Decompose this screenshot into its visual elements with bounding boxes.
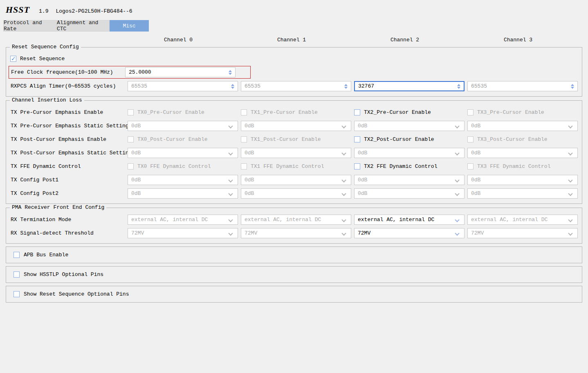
reset-sequence-label: Reset Sequence bbox=[20, 56, 65, 62]
chevron-down-icon bbox=[341, 178, 346, 182]
channel-insertion-loss-title: Channel Insertion Loss bbox=[10, 97, 84, 103]
tx-pre-cursor-static-select-ch3[interactable]: 0dB bbox=[467, 121, 578, 131]
show-reset-sequence-optional-pins-checkbox[interactable] bbox=[13, 291, 20, 297]
tx3-pre-cursor-enable-checkbox[interactable] bbox=[467, 109, 474, 115]
show-reset-sequence-optional-pins-box: Show Reset Sequence Optional Pins bbox=[6, 286, 582, 303]
tx-post-cursor-static-select-ch2[interactable]: 0dB bbox=[354, 148, 465, 158]
tx-config-post1-select-ch1[interactable]: 0dB bbox=[241, 175, 351, 185]
rxpcs-spinbox-ch2[interactable] bbox=[354, 81, 465, 91]
tx-pre-cursor-static-select-ch0[interactable]: 0dB bbox=[128, 121, 238, 131]
tx-config-post2-label: TX Config Post2 bbox=[10, 190, 125, 197]
show-hsstlp-optional-pins-box: Show HSSTLP Optional Pins bbox=[6, 266, 582, 283]
chevron-down-icon bbox=[568, 231, 572, 235]
device-name: Logos2-PG2L50H-FBG484--6 bbox=[56, 8, 132, 14]
chevron-down-icon bbox=[341, 151, 346, 155]
free-clock-label: Free Clock frequence(10~100 MHz) bbox=[11, 69, 125, 75]
tx1-post-cursor-enable-checkbox[interactable] bbox=[241, 136, 247, 142]
spin-arrows[interactable] bbox=[344, 84, 348, 89]
tx-config-post1-select-ch3[interactable]: 0dB bbox=[467, 175, 578, 185]
free-clock-highlight-box: Free Clock frequence(10~100 MHz) bbox=[9, 66, 251, 79]
spin-arrows[interactable] bbox=[231, 84, 234, 89]
spin-up-icon[interactable] bbox=[231, 84, 234, 86]
tx1-pre-cursor-enable-label: TX1_Pre-Cursor Enable bbox=[251, 109, 318, 115]
tx2-ffe-dynamic-control-checkbox[interactable] bbox=[354, 163, 360, 170]
tx2-ffe-dynamic-control-label: TX2 FFE Dynamic Control bbox=[364, 163, 437, 170]
tx-post-cursor-static-label: TX Post-Cursor Emphasis Static Setting bbox=[10, 150, 125, 156]
tx2-pre-cursor-enable-label: TX2_Pre-Cursor Enable bbox=[364, 109, 431, 115]
rx-signal-detect-threshold-select-ch3[interactable]: 72MV bbox=[467, 228, 578, 238]
chevron-down-icon bbox=[228, 151, 233, 155]
rx-signal-detect-threshold-select-ch1[interactable]: 72MV bbox=[241, 228, 351, 238]
tx3-ffe-dynamic-control-label: TX3 FFE Dynamic Control bbox=[477, 163, 550, 170]
tx0-pre-cursor-enable-checkbox[interactable] bbox=[128, 109, 134, 115]
rx-signal-detect-threshold-select-ch2[interactable]: 72MV bbox=[354, 228, 465, 238]
tx3-ffe-dynamic-control-checkbox[interactable] bbox=[467, 163, 474, 170]
tx-config-post1-select-ch2[interactable]: 0dB bbox=[354, 175, 465, 185]
free-clock-spinbox[interactable] bbox=[125, 67, 236, 77]
spin-up-icon[interactable] bbox=[571, 84, 574, 86]
chevron-down-icon bbox=[228, 124, 233, 128]
rx-termination-mode-select-ch1[interactable]: external AC, internal DC bbox=[241, 215, 351, 225]
channel-2-header: Channel 2 bbox=[350, 37, 460, 43]
spin-up-icon[interactable] bbox=[344, 84, 348, 86]
tx-pre-cursor-static-select-ch1[interactable]: 0dB bbox=[241, 121, 351, 131]
rxpcs-input-ch3[interactable] bbox=[468, 81, 577, 91]
apb-bus-enable-box: APB Bus Enable bbox=[6, 246, 582, 263]
tab-misc[interactable]: Misc bbox=[110, 20, 149, 32]
spin-down-icon[interactable] bbox=[231, 87, 234, 89]
spin-down-icon[interactable] bbox=[229, 73, 232, 75]
tx-config-post2-select-ch0[interactable]: 0dB bbox=[128, 188, 238, 199]
spin-down-icon[interactable] bbox=[571, 87, 574, 89]
tx-pre-cursor-static-select-ch2[interactable]: 0dB bbox=[354, 121, 465, 131]
rxpcs-align-timer-row: RXPCS Align Timer(0~65535 cycles) bbox=[10, 81, 578, 91]
rx-termination-mode-select-ch2[interactable]: external AC, internal DC bbox=[354, 215, 465, 225]
rxpcs-input-ch2[interactable] bbox=[355, 82, 464, 90]
rxpcs-spinbox-ch0[interactable] bbox=[128, 81, 238, 91]
rxpcs-spinbox-ch3[interactable] bbox=[467, 81, 578, 91]
reset-sequence-checkbox[interactable] bbox=[10, 56, 16, 62]
spin-arrows[interactable] bbox=[229, 70, 232, 75]
spin-down-icon[interactable] bbox=[344, 87, 348, 89]
chevron-down-icon bbox=[228, 231, 233, 235]
tx0-post-cursor-enable-checkbox[interactable] bbox=[128, 136, 134, 142]
spin-up-icon[interactable] bbox=[457, 84, 460, 86]
chevron-down-icon bbox=[568, 191, 572, 196]
rx-termination-mode-select-ch3[interactable]: external AC, internal DC bbox=[467, 215, 578, 225]
tab-alignment-and-ctc[interactable]: Alignment and CTC bbox=[57, 20, 110, 32]
rxpcs-align-timer-label: RXPCS Align Timer(0~65535 cycles) bbox=[10, 83, 125, 89]
tx0-ffe-dynamic-control-checkbox[interactable] bbox=[128, 163, 134, 170]
apb-bus-enable-checkbox[interactable] bbox=[13, 252, 20, 258]
chevron-down-icon bbox=[341, 124, 346, 128]
channel-3-header: Channel 3 bbox=[463, 37, 573, 43]
tx1-ffe-dynamic-control-checkbox[interactable] bbox=[241, 163, 247, 170]
tx-config-post2-select-ch1[interactable]: 0dB bbox=[241, 188, 351, 199]
tx3-post-cursor-enable-checkbox[interactable] bbox=[467, 136, 474, 142]
tx2-post-cursor-enable-checkbox[interactable] bbox=[354, 136, 360, 142]
spin-down-icon[interactable] bbox=[457, 87, 460, 89]
tx2-pre-cursor-enable-checkbox[interactable] bbox=[354, 109, 360, 115]
chevron-down-icon bbox=[455, 191, 459, 196]
tx-pre-cursor-enable-row: TX Pre-Cursor Emphasis Enable TX0_Pre-Cu… bbox=[10, 107, 578, 118]
tx1-pre-cursor-enable-checkbox[interactable] bbox=[241, 109, 247, 115]
tab-protocol-and-rate[interactable]: Protocol and Rate bbox=[3, 20, 57, 32]
spin-arrows[interactable] bbox=[571, 84, 574, 89]
rxpcs-spinbox-ch1[interactable] bbox=[241, 81, 351, 91]
tx-config-post1-select-ch0[interactable]: 0dB bbox=[128, 175, 238, 185]
rx-signal-detect-threshold-select-ch0[interactable]: 72MV bbox=[128, 228, 238, 238]
tx-config-post2-select-ch3[interactable]: 0dB bbox=[467, 188, 578, 199]
rxpcs-input-ch0[interactable] bbox=[128, 81, 238, 91]
rx-termination-mode-select-ch0[interactable]: external AC, internal DC bbox=[128, 215, 238, 225]
app-header: HSST 1.9 Logos2-PG2L50H-FBG484--6 bbox=[0, 0, 588, 15]
spin-arrows[interactable] bbox=[457, 84, 460, 89]
show-hsstlp-optional-pins-checkbox[interactable] bbox=[13, 271, 20, 278]
free-clock-input[interactable] bbox=[126, 68, 235, 77]
rxpcs-input-ch1[interactable] bbox=[241, 81, 351, 91]
tx-ffe-dynamic-control-label: TX FFE Dynamic Control bbox=[10, 163, 125, 170]
chevron-down-icon bbox=[228, 217, 233, 222]
tx-post-cursor-static-select-ch0[interactable]: 0dB bbox=[128, 148, 238, 158]
tx-post-cursor-static-select-ch1[interactable]: 0dB bbox=[241, 148, 351, 158]
spin-up-icon[interactable] bbox=[229, 70, 232, 72]
reset-sequence-row: Reset Sequence bbox=[10, 56, 578, 62]
tx-post-cursor-static-select-ch3[interactable]: 0dB bbox=[467, 148, 578, 158]
tx-config-post2-select-ch2[interactable]: 0dB bbox=[354, 188, 465, 199]
